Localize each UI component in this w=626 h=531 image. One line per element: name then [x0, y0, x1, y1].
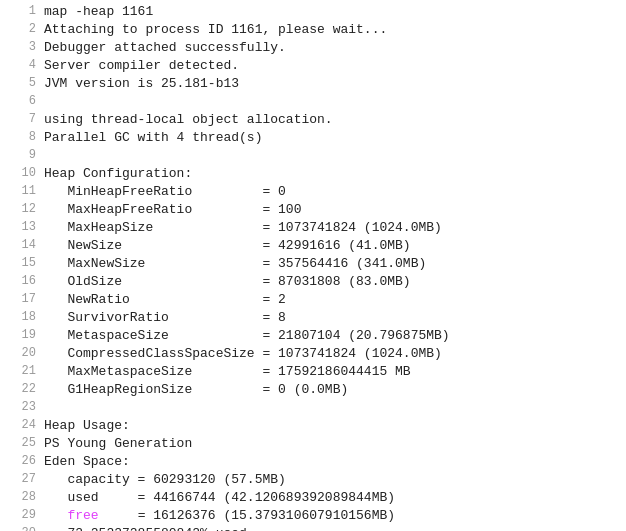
- terminal-line: 11 MinHeapFreeRatio = 0: [0, 184, 626, 202]
- terminal-line: 15 MaxNewSize = 357564416 (341.0MB): [0, 256, 626, 274]
- terminal-line: 21 MaxMetaspaceSize = 17592186044415 MB: [0, 364, 626, 382]
- terminal-line: 22 G1HeapRegionSize = 0 (0.0MB): [0, 382, 626, 400]
- line-content: Heap Configuration:: [44, 166, 618, 181]
- line-number: 26: [8, 454, 36, 468]
- terminal-line: 8Parallel GC with 4 thread(s): [0, 130, 626, 148]
- line-content: Parallel GC with 4 thread(s): [44, 130, 618, 145]
- line-number: 24: [8, 418, 36, 432]
- line-content: Heap Usage:: [44, 418, 618, 433]
- line-number: 20: [8, 346, 36, 360]
- line-content: MetaspaceSize = 21807104 (20.796875MB): [44, 328, 618, 343]
- line-number: 16: [8, 274, 36, 288]
- line-content: PS Young Generation: [44, 436, 618, 451]
- terminal-line: 7using thread-local object allocation.: [0, 112, 626, 130]
- line-number: 27: [8, 472, 36, 486]
- line-number: 12: [8, 202, 36, 216]
- terminal-line: 27 capacity = 60293120 (57.5MB): [0, 472, 626, 490]
- terminal-line: 19 MetaspaceSize = 21807104 (20.796875MB…: [0, 328, 626, 346]
- line-number: 22: [8, 382, 36, 396]
- line-number: 23: [8, 400, 36, 414]
- line-number: 19: [8, 328, 36, 342]
- terminal-line: 17 NewRatio = 2: [0, 292, 626, 310]
- line-content: SurvivorRatio = 8: [44, 310, 618, 325]
- line-content: CompressedClassSpaceSize = 1073741824 (1…: [44, 346, 618, 361]
- line-content: using thread-local object allocation.: [44, 112, 618, 127]
- line-content: Server compiler detected.: [44, 58, 618, 73]
- terminal-line: 10Heap Configuration:: [0, 166, 626, 184]
- line-content: used = 44166744 (42.120689392089844MB): [44, 490, 618, 505]
- terminal-line: 18 SurvivorRatio = 8: [0, 310, 626, 328]
- line-number: 7: [8, 112, 36, 126]
- line-number: 29: [8, 508, 36, 522]
- line-number: 5: [8, 76, 36, 90]
- line-number: 10: [8, 166, 36, 180]
- line-content: MaxHeapFreeRatio = 100: [44, 202, 618, 217]
- line-content: NewRatio = 2: [44, 292, 618, 307]
- line-number: 8: [8, 130, 36, 144]
- line-number: 1: [8, 4, 36, 18]
- line-number: 3: [8, 40, 36, 54]
- terminal-line: 6: [0, 94, 626, 112]
- line-number: 25: [8, 436, 36, 450]
- line-number: 11: [8, 184, 36, 198]
- line-content: MaxNewSize = 357564416 (341.0MB): [44, 256, 618, 271]
- terminal-line: 23: [0, 400, 626, 418]
- line-content: Eden Space:: [44, 454, 618, 469]
- line-content: MaxHeapSize = 1073741824 (1024.0MB): [44, 220, 618, 235]
- terminal-line: 30 73.25337285580842% used: [0, 526, 626, 531]
- line-content: MinHeapFreeRatio = 0: [44, 184, 618, 199]
- line-content: JVM version is 25.181-b13: [44, 76, 618, 91]
- terminal-line: 20 CompressedClassSpaceSize = 1073741824…: [0, 346, 626, 364]
- terminal-line: 13 MaxHeapSize = 1073741824 (1024.0MB): [0, 220, 626, 238]
- line-content: 73.25337285580842% used: [44, 526, 618, 531]
- terminal-line: 26Eden Space:: [0, 454, 626, 472]
- terminal-line: 25PS Young Generation: [0, 436, 626, 454]
- terminal-line: 9: [0, 148, 626, 166]
- line-number: 28: [8, 490, 36, 504]
- line-number: 14: [8, 238, 36, 252]
- terminal-line: 24Heap Usage:: [0, 418, 626, 436]
- terminal-line: 5JVM version is 25.181-b13: [0, 76, 626, 94]
- line-content: G1HeapRegionSize = 0 (0.0MB): [44, 382, 618, 397]
- line-content: capacity = 60293120 (57.5MB): [44, 472, 618, 487]
- terminal-output: 1map -heap 11612Attaching to process ID …: [0, 0, 626, 531]
- line-content: map -heap 1161: [44, 4, 618, 19]
- terminal-line: 14 NewSize = 42991616 (41.0MB): [0, 238, 626, 256]
- line-content: MaxMetaspaceSize = 17592186044415 MB: [44, 364, 618, 379]
- line-content: free = 16126376 (15.379310607910156MB): [44, 508, 618, 523]
- terminal-line: 12 MaxHeapFreeRatio = 100: [0, 202, 626, 220]
- free-label: free: [67, 508, 98, 523]
- line-content: NewSize = 42991616 (41.0MB): [44, 238, 618, 253]
- line-number: 9: [8, 148, 36, 162]
- line-number: 4: [8, 58, 36, 72]
- line-number: 2: [8, 22, 36, 36]
- terminal-line: 29 free = 16126376 (15.379310607910156MB…: [0, 508, 626, 526]
- line-number: 21: [8, 364, 36, 378]
- line-number: 13: [8, 220, 36, 234]
- line-number: 30: [8, 526, 36, 531]
- terminal-line: 4Server compiler detected.: [0, 58, 626, 76]
- line-number: 15: [8, 256, 36, 270]
- terminal-line: 16 OldSize = 87031808 (83.0MB): [0, 274, 626, 292]
- line-number: 6: [8, 94, 36, 108]
- line-number: 17: [8, 292, 36, 306]
- line-content: Debugger attached successfully.: [44, 40, 618, 55]
- line-content: Attaching to process ID 1161, please wai…: [44, 22, 618, 37]
- line-content: OldSize = 87031808 (83.0MB): [44, 274, 618, 289]
- terminal-line: 1map -heap 1161: [0, 4, 626, 22]
- line-number: 18: [8, 310, 36, 324]
- terminal-line: 3Debugger attached successfully.: [0, 40, 626, 58]
- terminal-line: 2Attaching to process ID 1161, please wa…: [0, 22, 626, 40]
- terminal-line: 28 used = 44166744 (42.120689392089844MB…: [0, 490, 626, 508]
